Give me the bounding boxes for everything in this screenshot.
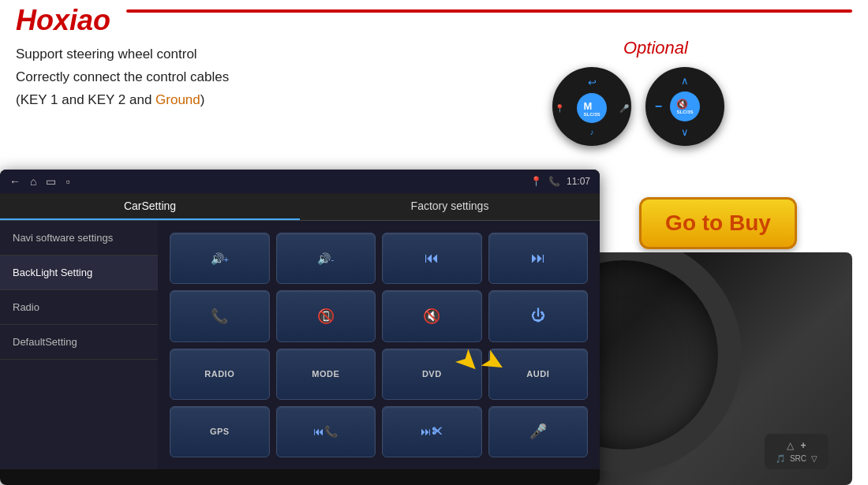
car-unit-screen: ← ⌂ ▭ ▫ 📍 📞 11:07 CarSetting Factory set… bbox=[0, 170, 600, 485]
steering-control-btn-1[interactable]: ↩ 📍 M SLC/3S 🎤 ♪ bbox=[552, 67, 631, 146]
description-line2: Correctly connect the control cables bbox=[16, 66, 229, 89]
description-line3: (KEY 1 and KEY 2 and Ground) bbox=[16, 89, 229, 112]
steering-control-btn-2[interactable]: ∧ − 🔇 SLC/3S + ∨ bbox=[645, 67, 724, 146]
grid-btn-mic[interactable]: 🎤 bbox=[488, 406, 589, 457]
btn2-top-icon: ∧ bbox=[681, 75, 689, 87]
grid-btn-mode[interactable]: MODE bbox=[276, 349, 376, 400]
prev-call-icon: ⏮📞 bbox=[313, 425, 338, 438]
window-icon[interactable]: ▫ bbox=[65, 175, 69, 188]
description-block: Support steering wheel control Correctly… bbox=[16, 43, 229, 112]
mute-icon: 🔇 bbox=[423, 308, 440, 325]
grid-btn-prev[interactable]: ⏮ bbox=[382, 233, 482, 284]
description-line1: Support steering wheel control bbox=[16, 43, 229, 66]
radio-label: RADIO bbox=[204, 369, 234, 379]
tab-car-setting[interactable]: CarSetting bbox=[0, 193, 300, 220]
dvd-label: DVD bbox=[422, 369, 442, 379]
btn1-top-icon: ↩ bbox=[588, 76, 597, 88]
btn1-bottom-icon: ♪ bbox=[590, 128, 594, 136]
grid-btn-gps[interactable]: GPS bbox=[170, 406, 270, 457]
grid-btn-vol-up[interactable]: 🔊+ bbox=[170, 233, 270, 284]
optional-controls: ↩ 📍 M SLC/3S 🎤 ♪ ∧ − 🔇 SLC/3S bbox=[552, 67, 724, 146]
btn1-right-icon: 🎤 bbox=[619, 104, 629, 113]
vol-up-icon: 🔊+ bbox=[211, 252, 229, 265]
sidebar-item-default[interactable]: DefaultSetting bbox=[0, 325, 158, 360]
grid-btn-mute[interactable]: 🔇 bbox=[382, 290, 482, 341]
top-accent-line bbox=[126, 9, 852, 13]
tab-factory-settings[interactable]: Factory settings bbox=[300, 193, 600, 220]
gps-label: GPS bbox=[210, 427, 230, 436]
vol-down-icon: 🔊- bbox=[317, 252, 334, 265]
gps-status-icon: 📍 bbox=[530, 176, 542, 187]
go-to-buy-button[interactable]: Go to Buy bbox=[639, 197, 797, 249]
phone-status-icon: 📞 bbox=[548, 176, 560, 187]
status-right: 📍 📞 11:07 bbox=[530, 176, 590, 187]
mic-icon: 🎤 bbox=[529, 423, 547, 440]
btn1-left-icon: 📍 bbox=[555, 104, 564, 113]
next-track-icon: ⏭ bbox=[531, 250, 545, 267]
power-icon: ⏻ bbox=[531, 308, 545, 324]
status-bar: ← ⌂ ▭ ▫ 📍 📞 11:07 bbox=[0, 170, 600, 193]
settings-content: Navi software settings BackLight Setting… bbox=[0, 221, 600, 469]
btn2-left-icon: − bbox=[655, 99, 662, 114]
back-icon[interactable]: ← bbox=[9, 175, 21, 188]
grid-btn-power[interactable]: ⏻ bbox=[488, 290, 589, 341]
audio-label: AUDI bbox=[526, 369, 549, 379]
sidebar-item-backlight[interactable]: BackLight Setting bbox=[0, 256, 158, 290]
clock: 11:07 bbox=[567, 176, 590, 187]
button-grid: 🔊+ 🔊- ⏮ ⏭ 📞 📵 🔇 ⏻ bbox=[158, 221, 600, 469]
btn2-bottom-icon: ∨ bbox=[681, 126, 689, 138]
grid-btn-vol-down[interactable]: 🔊- bbox=[276, 233, 376, 284]
sidebar-item-navi[interactable]: Navi software settings bbox=[0, 221, 158, 256]
grid-btn-call[interactable]: 📞 bbox=[170, 290, 270, 341]
brand-logo: Hoxiao bbox=[16, 4, 110, 37]
settings-sidebar: Navi software settings BackLight Setting… bbox=[0, 221, 158, 469]
recent-apps-icon[interactable]: ▭ bbox=[46, 175, 56, 188]
grid-btn-next-mixed[interactable]: ⏭✂ bbox=[382, 406, 482, 457]
prev-track-icon: ⏮ bbox=[425, 250, 439, 267]
btn2-center: 🔇 SLC/3S bbox=[670, 91, 700, 121]
call-icon: 📞 bbox=[211, 308, 228, 325]
grid-btn-next[interactable]: ⏭ bbox=[488, 233, 589, 284]
mode-label: MODE bbox=[312, 369, 339, 379]
sidebar-item-radio[interactable]: Radio bbox=[0, 290, 158, 325]
yellow-arrows: ➤ ➤ bbox=[458, 347, 504, 377]
settings-tabs: CarSetting Factory settings bbox=[0, 193, 600, 221]
grid-btn-end-call[interactable]: 📵 bbox=[276, 290, 376, 341]
grid-btn-prev-call[interactable]: ⏮📞 bbox=[276, 406, 376, 457]
next-mixed-icon: ⏭✂ bbox=[421, 425, 443, 438]
grid-btn-radio[interactable]: RADIO bbox=[170, 349, 270, 400]
btn1-center: M SLC/3S bbox=[577, 93, 607, 123]
home-icon[interactable]: ⌂ bbox=[30, 175, 36, 188]
optional-label: Optional bbox=[623, 38, 688, 58]
end-call-icon: 📵 bbox=[317, 308, 335, 325]
